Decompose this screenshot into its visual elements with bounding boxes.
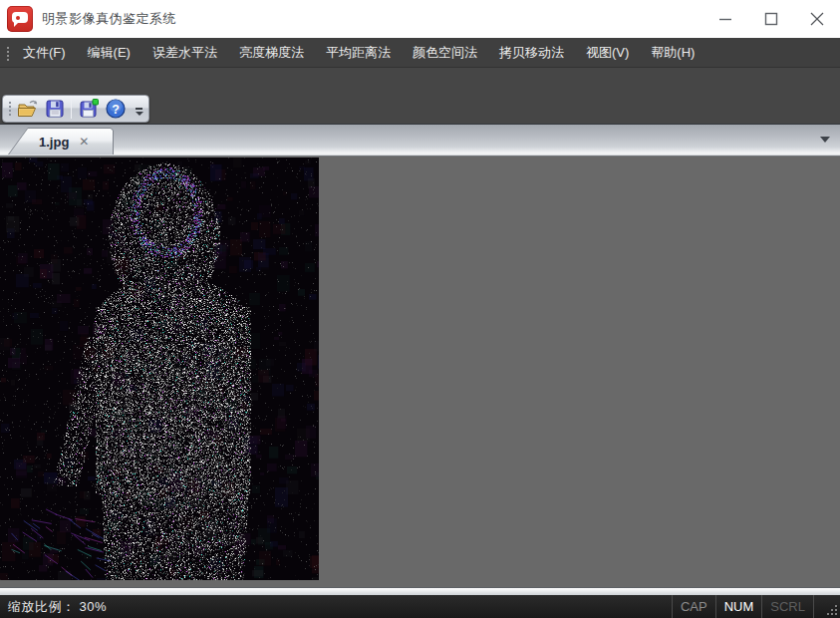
menu-copy-move-method[interactable]: 拷贝移动法 — [488, 40, 575, 66]
toolbar-dock: ? — [0, 68, 840, 124]
menu-error-level-method[interactable]: 误差水平法 — [141, 40, 228, 66]
chat-bubble-dot — [16, 16, 20, 20]
status-bar: 缩放比例： 30% CAP NUM SCRL — [0, 595, 840, 618]
tab-close-icon[interactable]: ✕ — [79, 136, 89, 148]
toolbar-separator — [71, 99, 72, 119]
tab-list-dropdown-icon[interactable] — [820, 137, 830, 143]
maximize-button[interactable] — [748, 0, 794, 38]
save-floppy-icon — [44, 98, 66, 120]
caps-lock-indicator: CAP — [672, 595, 715, 618]
save-floppy-new-icon — [78, 98, 100, 120]
menu-file[interactable]: 文件(F) — [12, 40, 77, 66]
toolbar-options-bar — [136, 108, 142, 110]
minimize-button[interactable] — [702, 0, 748, 38]
minimize-icon — [718, 12, 732, 26]
close-icon — [810, 12, 824, 26]
menu-color-space-method[interactable]: 颜色空间法 — [402, 40, 488, 66]
svg-text:?: ? — [112, 103, 120, 117]
standard-toolbar: ? — [2, 95, 149, 123]
open-file-button[interactable] — [14, 97, 41, 121]
save-as-button[interactable] — [75, 97, 102, 121]
ela-image-canvas — [0, 157, 319, 580]
save-button[interactable] — [41, 97, 68, 121]
close-button[interactable] — [794, 0, 840, 38]
chat-bubble-tail — [14, 22, 19, 27]
image-viewer-area — [0, 156, 840, 587]
app-logo-icon — [7, 6, 33, 32]
toolbar-grip[interactable] — [7, 100, 12, 118]
window-title: 明景影像真伪鉴定系统 — [42, 10, 176, 28]
menu-help[interactable]: 帮助(H) — [640, 40, 705, 66]
help-icon: ? — [105, 98, 127, 120]
statusbar-top-strip — [0, 587, 840, 595]
menubar-grip[interactable] — [5, 45, 10, 61]
num-lock-indicator: NUM — [715, 595, 762, 618]
maximize-icon — [764, 12, 778, 26]
tab-label: 1.jpg — [39, 135, 69, 150]
menu-mean-distance-method[interactable]: 平均距离法 — [315, 40, 402, 66]
tab-1jpg[interactable]: 1.jpg ✕ — [8, 128, 114, 154]
open-folder-icon — [17, 98, 39, 120]
toolbar-options-button[interactable] — [133, 99, 145, 119]
help-button[interactable]: ? — [102, 97, 129, 121]
menu-luminance-gradient-method[interactable]: 亮度梯度法 — [228, 40, 315, 66]
document-tab-bar: 1.jpg ✕ — [0, 124, 840, 156]
scroll-lock-indicator: SCRL — [761, 595, 814, 618]
window-resize-grip[interactable] — [824, 602, 838, 616]
menu-edit[interactable]: 编辑(E) — [77, 40, 141, 66]
keyboard-indicators: CAP NUM SCRL — [672, 595, 814, 618]
menu-view[interactable]: 视图(V) — [575, 40, 640, 66]
app-window: 明景影像真伪鉴定系统 文件(F) 编辑(E) — [0, 0, 840, 618]
caption-buttons — [702, 0, 840, 38]
title-bar: 明景影像真伪鉴定系统 — [0, 0, 840, 38]
chevron-down-icon — [136, 112, 143, 116]
menu-bar: 文件(F) 编辑(E) 误差水平法 亮度梯度法 平均距离法 颜色空间法 拷贝移动… — [0, 38, 840, 68]
tab-surface: 1.jpg ✕ — [9, 129, 113, 154]
zoom-ratio-text: 缩放比例： 30% — [8, 598, 107, 616]
